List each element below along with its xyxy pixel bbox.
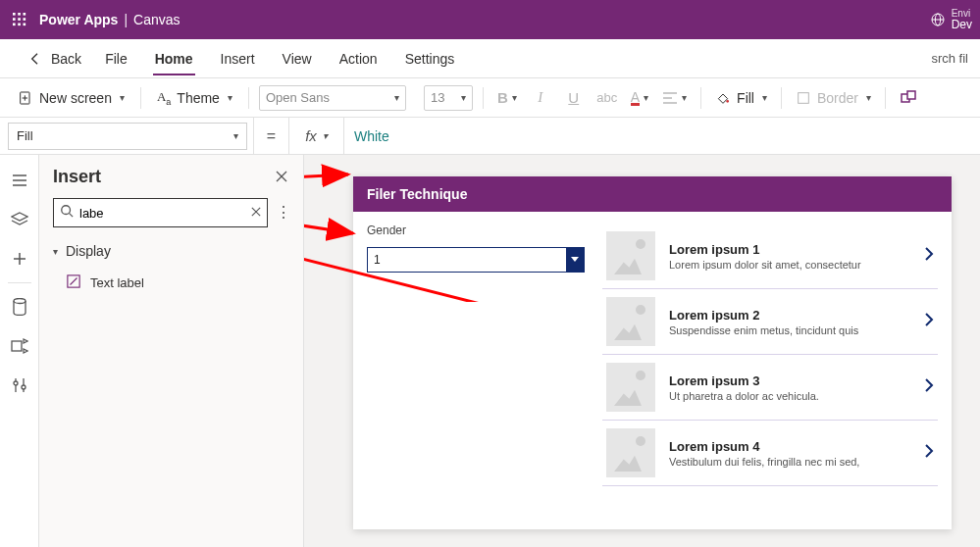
list-item[interactable]: Lorem ipsum 4 Vestibulum dui felis, frin… [602, 421, 938, 486]
formula-bar: Fill ▾ = fx ▾ White [0, 118, 980, 155]
menu-search-hint[interactable]: srch fil [931, 51, 970, 66]
insert-search-box[interactable] [53, 198, 268, 227]
formula-value: White [354, 128, 389, 144]
insert-text-label[interactable]: Text label [39, 267, 303, 299]
new-screen-icon [18, 90, 33, 106]
gender-dropdown-button[interactable] [566, 248, 584, 272]
formula-input[interactable]: White [344, 118, 980, 154]
menu-settings[interactable]: Settings [393, 43, 467, 75]
align-button[interactable]: ▾ [658, 84, 691, 112]
theme-button[interactable]: Aa Theme ▾ [151, 85, 238, 111]
chevron-down-icon: ▾ [762, 92, 767, 103]
underline-button[interactable]: U [560, 84, 588, 112]
list-item[interactable]: Lorem ipsum 3 Ut pharetra a dolor ac veh… [602, 355, 938, 421]
gender-label: Gender [367, 224, 585, 237]
list-item-title: Lorem ipsum 3 [669, 373, 910, 388]
svg-point-30 [14, 381, 18, 385]
svg-point-35 [62, 206, 71, 215]
env-value: Dev [952, 19, 972, 31]
rail-media-button[interactable] [2, 328, 37, 364]
strikethrough-button[interactable]: abc [593, 84, 621, 112]
list-item-subtitle: Ut pharetra a dolor ac vehicula. [669, 390, 910, 402]
pane-close-button[interactable] [270, 165, 293, 188]
left-rail [0, 155, 39, 547]
font-name-value: Open Sans [266, 90, 330, 105]
search-icon [60, 204, 74, 222]
property-selector-wrap: Fill ▾ [0, 118, 254, 154]
menu-view[interactable]: View [271, 43, 324, 75]
svg-line-42 [304, 202, 353, 233]
ribbon: New screen ▾ Aa Theme ▾ Open Sans ▾ 13 ▾… [0, 78, 980, 118]
sliders-icon [12, 377, 27, 393]
globe-icon [930, 12, 946, 27]
brand-section: Canvas [133, 12, 180, 27]
pane-title: Insert [53, 167, 101, 187]
app-launcher-icon[interactable] [8, 8, 31, 31]
list-item-subtitle: Lorem ipsum dolor sit amet, consectetur [669, 259, 910, 271]
app-body: Insert ⋮ ▾ Display [0, 155, 980, 547]
environment-picker[interactable]: Envi Dev [930, 8, 972, 31]
arrow-left-icon [27, 51, 43, 67]
svg-rect-1 [18, 13, 21, 16]
chevron-down-icon [571, 257, 579, 263]
menu-insert[interactable]: Insert [209, 43, 267, 75]
insert-text-label-text: Text label [90, 275, 144, 290]
menu-bar: Back File Home Insert View Action Settin… [0, 39, 980, 78]
insert-search-clear[interactable] [251, 206, 261, 220]
thumbnail-icon [606, 231, 655, 280]
group-display[interactable]: ▾ Display [39, 235, 303, 267]
border-button[interactable]: Border ▾ [792, 90, 875, 106]
paint-bucket-icon [715, 90, 731, 106]
list-item[interactable]: Lorem ipsum 2 Suspendisse enim metus, ti… [602, 289, 938, 355]
svg-rect-4 [18, 18, 21, 21]
svg-rect-2 [24, 13, 26, 16]
plus-icon [12, 251, 27, 267]
chevron-right-icon [924, 377, 934, 397]
insert-search-input[interactable] [79, 206, 245, 221]
gallery[interactable]: Lorem ipsum 1 Lorem ipsum dolor sit amet… [598, 224, 952, 529]
back-button[interactable]: Back [20, 45, 89, 73]
text-label-icon [67, 274, 80, 291]
font-color-button[interactable]: A ▾ [627, 84, 652, 112]
new-screen-button[interactable]: New screen ▾ [12, 86, 130, 110]
close-icon [251, 207, 261, 217]
font-name-select[interactable]: Open Sans ▾ [259, 85, 406, 111]
list-item[interactable]: Lorem ipsum 1 Lorem ipsum dolor sit amet… [602, 224, 938, 289]
close-icon [276, 171, 287, 182]
thumbnail-icon [606, 363, 655, 412]
rail-layers-button[interactable] [2, 202, 37, 237]
theme-label: Theme [177, 90, 220, 106]
gender-dropdown[interactable]: 1 [367, 247, 585, 273]
chevron-down-icon: ▾ [53, 246, 58, 257]
app-title-bar: Filer Technique [353, 176, 952, 212]
border-label: Border [817, 90, 858, 106]
rail-tree-button[interactable] [2, 163, 37, 198]
fill-label: Fill [737, 90, 754, 106]
media-icon [11, 338, 28, 354]
fx-button[interactable]: fx ▾ [289, 118, 344, 154]
insert-more-button[interactable]: ⋮ [274, 205, 293, 221]
bold-button[interactable]: B▾ [493, 84, 521, 112]
group-display-label: Display [66, 243, 111, 259]
menu-file[interactable]: File [93, 43, 139, 75]
property-value: Fill [17, 128, 33, 143]
reorder-button[interactable] [896, 84, 923, 112]
database-icon [13, 298, 26, 316]
chevron-right-icon [924, 312, 934, 331]
chevron-down-icon: ▾ [394, 92, 399, 103]
font-size-select[interactable]: 13 ▾ [424, 85, 473, 111]
rail-data-button[interactable] [2, 289, 37, 324]
svg-point-27 [14, 299, 26, 304]
rail-settings-button[interactable] [2, 368, 37, 403]
hamburger-icon [12, 174, 27, 187]
fill-button[interactable]: Fill ▾ [711, 90, 771, 106]
svg-line-36 [70, 214, 74, 218]
chevron-right-icon [924, 246, 934, 266]
menu-home[interactable]: Home [143, 43, 205, 75]
menu-action[interactable]: Action [328, 43, 389, 75]
canvas-area[interactable]: Filer Technique Gender 1 [304, 155, 980, 547]
rail-add-button[interactable] [2, 241, 37, 276]
italic-button[interactable]: I [527, 84, 554, 112]
border-icon [796, 90, 811, 106]
property-selector[interactable]: Fill ▾ [8, 123, 247, 150]
